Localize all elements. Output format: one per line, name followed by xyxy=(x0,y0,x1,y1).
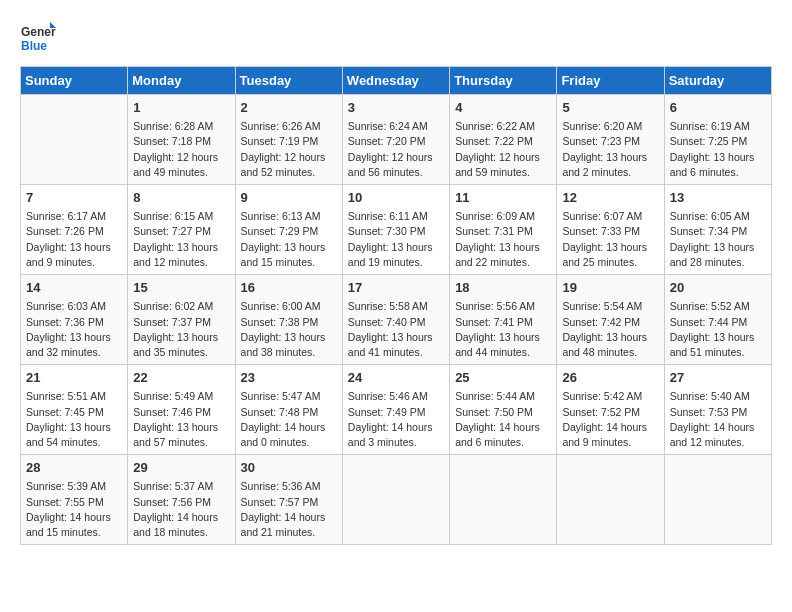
col-header-wednesday: Wednesday xyxy=(342,67,449,95)
cell-content: Sunrise: 5:51 AMSunset: 7:45 PMDaylight:… xyxy=(26,389,122,450)
calendar-cell: 3Sunrise: 6:24 AMSunset: 7:20 PMDaylight… xyxy=(342,95,449,185)
cell-content: Sunrise: 6:03 AMSunset: 7:36 PMDaylight:… xyxy=(26,299,122,360)
day-number: 26 xyxy=(562,369,658,387)
cell-content: Sunrise: 6:19 AMSunset: 7:25 PMDaylight:… xyxy=(670,119,766,180)
day-number: 16 xyxy=(241,279,337,297)
day-number: 1 xyxy=(133,99,229,117)
calendar-week-row: 28Sunrise: 5:39 AMSunset: 7:55 PMDayligh… xyxy=(21,455,772,545)
calendar-cell: 10Sunrise: 6:11 AMSunset: 7:30 PMDayligh… xyxy=(342,185,449,275)
logo-svg: General Blue xyxy=(20,20,56,56)
cell-content: Sunrise: 5:40 AMSunset: 7:53 PMDaylight:… xyxy=(670,389,766,450)
cell-content: Sunrise: 5:52 AMSunset: 7:44 PMDaylight:… xyxy=(670,299,766,360)
cell-content: Sunrise: 5:49 AMSunset: 7:46 PMDaylight:… xyxy=(133,389,229,450)
calendar-cell: 21Sunrise: 5:51 AMSunset: 7:45 PMDayligh… xyxy=(21,365,128,455)
calendar-week-row: 7Sunrise: 6:17 AMSunset: 7:26 PMDaylight… xyxy=(21,185,772,275)
day-number: 23 xyxy=(241,369,337,387)
cell-content: Sunrise: 5:44 AMSunset: 7:50 PMDaylight:… xyxy=(455,389,551,450)
calendar-cell: 6Sunrise: 6:19 AMSunset: 7:25 PMDaylight… xyxy=(664,95,771,185)
day-number: 11 xyxy=(455,189,551,207)
cell-content: Sunrise: 5:39 AMSunset: 7:55 PMDaylight:… xyxy=(26,479,122,540)
col-header-tuesday: Tuesday xyxy=(235,67,342,95)
calendar-cell xyxy=(557,455,664,545)
calendar-cell: 30Sunrise: 5:36 AMSunset: 7:57 PMDayligh… xyxy=(235,455,342,545)
svg-text:Blue: Blue xyxy=(21,39,47,53)
calendar-week-row: 14Sunrise: 6:03 AMSunset: 7:36 PMDayligh… xyxy=(21,275,772,365)
calendar-cell: 2Sunrise: 6:26 AMSunset: 7:19 PMDaylight… xyxy=(235,95,342,185)
day-number: 25 xyxy=(455,369,551,387)
calendar-cell: 9Sunrise: 6:13 AMSunset: 7:29 PMDaylight… xyxy=(235,185,342,275)
calendar-week-row: 1Sunrise: 6:28 AMSunset: 7:18 PMDaylight… xyxy=(21,95,772,185)
calendar-cell: 15Sunrise: 6:02 AMSunset: 7:37 PMDayligh… xyxy=(128,275,235,365)
cell-content: Sunrise: 6:02 AMSunset: 7:37 PMDaylight:… xyxy=(133,299,229,360)
day-number: 17 xyxy=(348,279,444,297)
calendar-cell: 20Sunrise: 5:52 AMSunset: 7:44 PMDayligh… xyxy=(664,275,771,365)
day-number: 28 xyxy=(26,459,122,477)
cell-content: Sunrise: 5:58 AMSunset: 7:40 PMDaylight:… xyxy=(348,299,444,360)
cell-content: Sunrise: 5:46 AMSunset: 7:49 PMDaylight:… xyxy=(348,389,444,450)
calendar-cell: 13Sunrise: 6:05 AMSunset: 7:34 PMDayligh… xyxy=(664,185,771,275)
day-number: 13 xyxy=(670,189,766,207)
col-header-monday: Monday xyxy=(128,67,235,95)
cell-content: Sunrise: 5:56 AMSunset: 7:41 PMDaylight:… xyxy=(455,299,551,360)
day-number: 21 xyxy=(26,369,122,387)
col-header-friday: Friday xyxy=(557,67,664,95)
day-number: 22 xyxy=(133,369,229,387)
day-number: 7 xyxy=(26,189,122,207)
cell-content: Sunrise: 6:15 AMSunset: 7:27 PMDaylight:… xyxy=(133,209,229,270)
day-number: 5 xyxy=(562,99,658,117)
cell-content: Sunrise: 6:05 AMSunset: 7:34 PMDaylight:… xyxy=(670,209,766,270)
cell-content: Sunrise: 6:22 AMSunset: 7:22 PMDaylight:… xyxy=(455,119,551,180)
calendar-cell: 4Sunrise: 6:22 AMSunset: 7:22 PMDaylight… xyxy=(450,95,557,185)
calendar-cell: 1Sunrise: 6:28 AMSunset: 7:18 PMDaylight… xyxy=(128,95,235,185)
calendar-cell: 26Sunrise: 5:42 AMSunset: 7:52 PMDayligh… xyxy=(557,365,664,455)
day-number: 27 xyxy=(670,369,766,387)
day-number: 24 xyxy=(348,369,444,387)
calendar-cell: 18Sunrise: 5:56 AMSunset: 7:41 PMDayligh… xyxy=(450,275,557,365)
calendar-week-row: 21Sunrise: 5:51 AMSunset: 7:45 PMDayligh… xyxy=(21,365,772,455)
day-number: 9 xyxy=(241,189,337,207)
cell-content: Sunrise: 6:13 AMSunset: 7:29 PMDaylight:… xyxy=(241,209,337,270)
day-number: 2 xyxy=(241,99,337,117)
col-header-sunday: Sunday xyxy=(21,67,128,95)
col-header-thursday: Thursday xyxy=(450,67,557,95)
day-number: 3 xyxy=(348,99,444,117)
calendar-cell: 5Sunrise: 6:20 AMSunset: 7:23 PMDaylight… xyxy=(557,95,664,185)
day-number: 19 xyxy=(562,279,658,297)
cell-content: Sunrise: 6:20 AMSunset: 7:23 PMDaylight:… xyxy=(562,119,658,180)
calendar-cell xyxy=(21,95,128,185)
calendar-cell: 27Sunrise: 5:40 AMSunset: 7:53 PMDayligh… xyxy=(664,365,771,455)
cell-content: Sunrise: 6:11 AMSunset: 7:30 PMDaylight:… xyxy=(348,209,444,270)
day-number: 15 xyxy=(133,279,229,297)
calendar-cell xyxy=(342,455,449,545)
calendar-cell: 11Sunrise: 6:09 AMSunset: 7:31 PMDayligh… xyxy=(450,185,557,275)
calendar-cell: 8Sunrise: 6:15 AMSunset: 7:27 PMDaylight… xyxy=(128,185,235,275)
day-number: 8 xyxy=(133,189,229,207)
day-number: 14 xyxy=(26,279,122,297)
calendar-cell: 14Sunrise: 6:03 AMSunset: 7:36 PMDayligh… xyxy=(21,275,128,365)
day-number: 20 xyxy=(670,279,766,297)
calendar-cell: 22Sunrise: 5:49 AMSunset: 7:46 PMDayligh… xyxy=(128,365,235,455)
col-header-saturday: Saturday xyxy=(664,67,771,95)
cell-content: Sunrise: 6:26 AMSunset: 7:19 PMDaylight:… xyxy=(241,119,337,180)
calendar-cell xyxy=(450,455,557,545)
calendar-table: SundayMondayTuesdayWednesdayThursdayFrid… xyxy=(20,66,772,545)
calendar-cell xyxy=(664,455,771,545)
day-number: 12 xyxy=(562,189,658,207)
day-number: 30 xyxy=(241,459,337,477)
day-number: 6 xyxy=(670,99,766,117)
cell-content: Sunrise: 5:47 AMSunset: 7:48 PMDaylight:… xyxy=(241,389,337,450)
cell-content: Sunrise: 6:24 AMSunset: 7:20 PMDaylight:… xyxy=(348,119,444,180)
cell-content: Sunrise: 5:37 AMSunset: 7:56 PMDaylight:… xyxy=(133,479,229,540)
cell-content: Sunrise: 5:36 AMSunset: 7:57 PMDaylight:… xyxy=(241,479,337,540)
day-number: 4 xyxy=(455,99,551,117)
cell-content: Sunrise: 6:28 AMSunset: 7:18 PMDaylight:… xyxy=(133,119,229,180)
page-header: General Blue xyxy=(20,20,772,56)
cell-content: Sunrise: 6:00 AMSunset: 7:38 PMDaylight:… xyxy=(241,299,337,360)
calendar-cell: 16Sunrise: 6:00 AMSunset: 7:38 PMDayligh… xyxy=(235,275,342,365)
calendar-cell: 29Sunrise: 5:37 AMSunset: 7:56 PMDayligh… xyxy=(128,455,235,545)
day-number: 18 xyxy=(455,279,551,297)
day-number: 29 xyxy=(133,459,229,477)
calendar-header-row: SundayMondayTuesdayWednesdayThursdayFrid… xyxy=(21,67,772,95)
calendar-cell: 7Sunrise: 6:17 AMSunset: 7:26 PMDaylight… xyxy=(21,185,128,275)
cell-content: Sunrise: 5:54 AMSunset: 7:42 PMDaylight:… xyxy=(562,299,658,360)
